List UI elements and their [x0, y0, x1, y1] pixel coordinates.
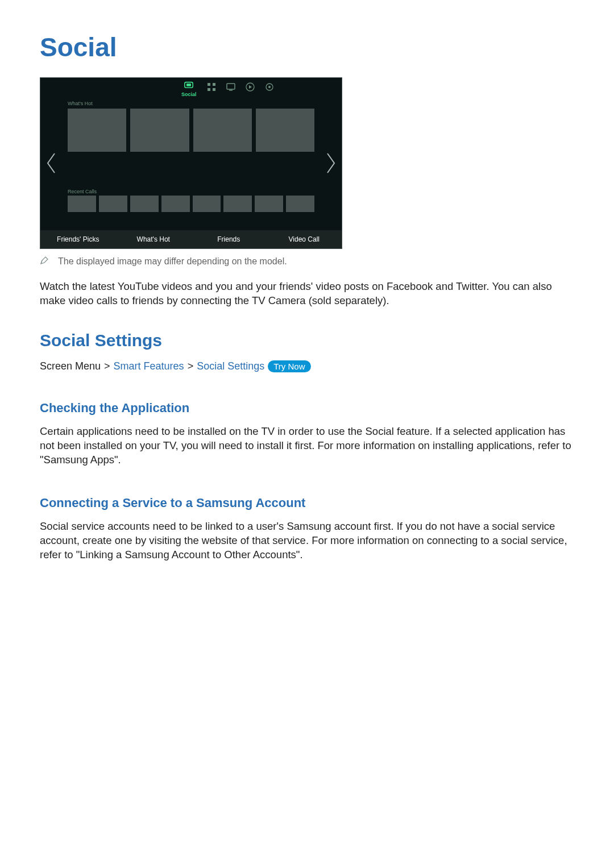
svg-rect-3	[213, 83, 215, 86]
whats-hot-tile[interactable]	[256, 109, 314, 152]
intro-paragraph: Watch the latest YouTube videos and you …	[40, 280, 574, 308]
recent-call-tile[interactable]	[161, 196, 190, 212]
svg-point-11	[268, 86, 271, 88]
chevron-left-icon[interactable]	[45, 152, 57, 175]
breadcrumb: Screen Menu > Smart Features > Social Se…	[40, 360, 574, 372]
breadcrumb-social-settings[interactable]: Social Settings	[197, 360, 264, 372]
chevron-right-icon[interactable]	[325, 152, 337, 175]
recent-calls-row	[68, 196, 314, 212]
pencil-icon	[40, 256, 49, 267]
nav-tv-icon[interactable]	[226, 82, 235, 92]
checking-body: Certain applications need to be installe…	[40, 425, 574, 467]
connecting-heading: Connecting a Service to a Samsung Accoun…	[40, 496, 574, 510]
recent-call-tile[interactable]	[99, 196, 127, 212]
top-icon-row: Social	[181, 82, 274, 97]
svg-rect-5	[213, 88, 215, 91]
breadcrumb-separator: >	[104, 360, 110, 372]
recent-call-tile[interactable]	[68, 196, 96, 212]
tab-whats-hot[interactable]: What's Hot	[116, 235, 192, 243]
page-title: Social	[40, 32, 574, 63]
tab-video-call[interactable]: Video Call	[267, 235, 342, 243]
recent-call-tile[interactable]	[286, 196, 314, 212]
recent-call-tile[interactable]	[223, 196, 252, 212]
breadcrumb-smart-features[interactable]: Smart Features	[114, 360, 184, 372]
social-icon	[184, 81, 193, 90]
svg-rect-1	[186, 84, 191, 86]
svg-marker-9	[249, 85, 252, 89]
checking-heading: Checking the Application	[40, 401, 574, 416]
breadcrumb-separator: >	[188, 360, 194, 372]
connecting-body: Social service accounts need to be linke…	[40, 520, 574, 562]
svg-rect-7	[229, 90, 233, 91]
page-root: Social Social	[0, 0, 614, 868]
nav-social[interactable]: Social	[181, 81, 197, 97]
nav-apps-icon[interactable]	[207, 82, 216, 92]
whats-hot-row	[68, 109, 314, 152]
recent-call-tile[interactable]	[130, 196, 159, 212]
note-row: The displayed image may differ depending…	[40, 256, 574, 267]
svg-rect-6	[227, 84, 235, 89]
svg-rect-4	[208, 88, 210, 91]
svg-rect-2	[208, 83, 210, 86]
tab-friends-picks[interactable]: Friends' Picks	[40, 235, 116, 243]
nav-social-label: Social	[181, 92, 197, 97]
nav-play-icon[interactable]	[246, 82, 255, 92]
tv-screenshot: Social What's Hot Recent Calls	[40, 77, 342, 249]
note-text: The displayed image may differ depending…	[58, 256, 287, 267]
section-recent-calls-label: Recent Calls	[68, 189, 97, 194]
try-now-button[interactable]: Try Now	[268, 360, 310, 372]
whats-hot-tile[interactable]	[68, 109, 126, 152]
section-whats-hot-label: What's Hot	[68, 101, 93, 106]
bottom-tab-bar: Friends' Picks What's Hot Friends Video …	[40, 230, 342, 248]
recent-call-tile[interactable]	[255, 196, 283, 212]
social-settings-heading: Social Settings	[40, 331, 574, 350]
recent-call-tile[interactable]	[193, 196, 221, 212]
tab-friends[interactable]: Friends	[191, 235, 267, 243]
whats-hot-tile[interactable]	[193, 109, 252, 152]
whats-hot-tile[interactable]	[130, 109, 189, 152]
nav-settings-icon[interactable]	[265, 82, 274, 92]
breadcrumb-screen-menu: Screen Menu	[40, 360, 101, 372]
